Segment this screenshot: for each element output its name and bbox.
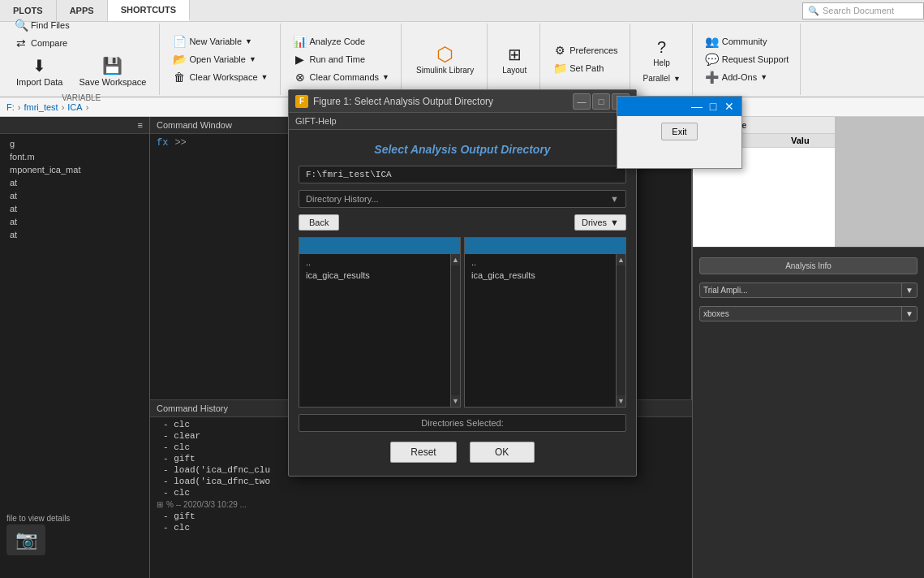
clear-ws-icon: 🗑 — [173, 71, 186, 84]
dialog-menubar: GIFT-Help — [289, 113, 636, 130]
scroll-track[interactable] — [617, 265, 625, 395]
set-path-icon: 📁 — [553, 62, 566, 75]
save-workspace-button[interactable]: 💾 Save Workspace — [72, 53, 153, 90]
back-button[interactable]: Back — [299, 214, 339, 231]
scroll-down-icon[interactable]: ▼ — [616, 395, 625, 407]
analysis-info-button[interactable]: Analysis Info — [699, 257, 918, 274]
path-segment-f[interactable]: F: — [6, 102, 15, 112]
community-button[interactable]: 👥 Community — [701, 33, 794, 50]
run-and-time-button[interactable]: ▶ Run and Time — [289, 51, 395, 67]
boxes-dropdown[interactable]: xboxes ▼ — [699, 306, 918, 321]
drives-button[interactable]: Drives ▼ — [574, 214, 626, 231]
left-scrollbar: ▲ ▼ — [450, 254, 460, 407]
analyze-code-button[interactable]: 📊 Analyze Code — [289, 33, 395, 50]
boxes-arrow: ▼ — [901, 307, 917, 321]
trial-ampli-dropdown[interactable]: Trial Ampli... ▼ — [699, 283, 918, 298]
dialog-restore-button[interactable]: □ — [592, 93, 610, 110]
find-files-button[interactable]: 🔍 Find Files — [10, 17, 153, 33]
clear-workspace-button[interactable]: 🗑 Clear Workspace ▼ — [168, 69, 273, 85]
list-item[interactable]: at — [0, 215, 149, 228]
list-item[interactable]: - clc — [150, 522, 692, 533]
dialog-title: Figure 1: Select Analysis Output Directo… — [313, 96, 493, 107]
expand-icon[interactable]: ⊞ — [157, 500, 163, 509]
list-item[interactable]: .. — [299, 256, 450, 269]
preferences-icon: ⚙ — [553, 44, 566, 57]
scroll-down-icon[interactable]: ▼ — [450, 395, 460, 407]
path-segment-fmri[interactable]: fmri_test — [24, 102, 58, 112]
new-var-dropdown-icon[interactable]: ▼ — [245, 37, 252, 45]
list-item[interactable]: font.m — [0, 150, 149, 163]
list-item[interactable]: at — [0, 202, 149, 215]
toolbar-group-simulink: ⬡ Simulink Library — [403, 24, 488, 95]
search-icon: 🔍 — [808, 6, 819, 16]
import-icon: ⬇ — [30, 56, 49, 75]
save-icon: 💾 — [103, 56, 122, 75]
col-value: Valu — [791, 136, 832, 145]
path-segment-ica[interactable]: ICA — [67, 102, 82, 112]
history-label: Directory History... — [306, 194, 379, 204]
clear-cmd-dropdown-icon[interactable]: ▼ — [382, 73, 389, 81]
list-item[interactable]: - load('ica_dfnc_two — [150, 476, 692, 487]
compare-button[interactable]: ⇄ Compare — [10, 35, 153, 51]
dialog-path-input[interactable] — [299, 166, 626, 183]
secondary-minimize[interactable]: — — [690, 100, 704, 113]
gift-help-menu[interactable]: GIFT-Help — [295, 116, 337, 126]
request-support-button[interactable]: 💬 Request Support — [701, 51, 794, 67]
dialog-app-icon: F — [295, 95, 308, 108]
drives-arrow-icon: ▼ — [610, 218, 619, 227]
directory-history-dropdown[interactable]: Directory History... ▼ — [299, 190, 626, 208]
scroll-up-icon[interactable]: ▲ — [616, 254, 625, 265]
addons-dropdown-icon[interactable]: ▼ — [760, 73, 767, 81]
list-item[interactable]: - gift — [150, 511, 692, 522]
cmd-arrow: >> — [174, 137, 186, 149]
scroll-track[interactable] — [451, 265, 460, 395]
reset-button[interactable]: Reset — [390, 442, 456, 463]
left-panel: ≡ g font.m mponent_ica_mat at at at at a… — [0, 117, 150, 578]
help-button[interactable]: ? Help — [646, 34, 678, 71]
preferences-button[interactable]: ⚙ Preferences — [548, 42, 622, 58]
toolbar-group-community: 👥 Community 💬 Request Support ➕ Add-Ons … — [694, 24, 802, 95]
open-variable-button[interactable]: 📂 Open Variable ▼ — [168, 51, 273, 67]
analysis-section: Analysis Info Trial Ampli... ▼ xboxes ▼ — [693, 247, 924, 578]
list-item[interactable]: .. — [465, 256, 616, 269]
list-item[interactable]: - clc — [150, 487, 692, 498]
secondary-restore[interactable]: □ — [706, 100, 720, 113]
left-panel-toggle[interactable]: ≡ — [138, 120, 143, 130]
set-path-button[interactable]: 📁 Set Path — [548, 60, 622, 76]
find-files-icon: 🔍 — [15, 19, 28, 32]
ok-button[interactable]: OK — [470, 442, 535, 463]
add-ons-button[interactable]: ➕ Add-Ons ▼ — [701, 69, 794, 85]
import-data-button[interactable]: ⬇ Import Data — [10, 53, 69, 90]
right-scrollbar: ▲ ▼ — [616, 254, 625, 407]
parallel-dropdown-icon[interactable]: ▼ — [673, 75, 681, 83]
dialog-nav-row: Back Drives ▼ — [299, 214, 626, 231]
secondary-close[interactable]: ✕ — [722, 100, 737, 113]
list-item[interactable]: g — [0, 137, 149, 150]
layout-button[interactable]: ⊞ Layout — [496, 41, 533, 78]
exit-button[interactable]: Exit — [661, 123, 697, 140]
toolbar-group-code: 📊 Analyze Code ▶ Run and Time ⊗ Clear Co… — [282, 24, 402, 95]
list-item[interactable]: ica_gica_results — [465, 269, 616, 282]
scroll-up-icon[interactable]: ▲ — [450, 254, 460, 265]
right-file-items: .. ica_gica_results — [465, 254, 616, 407]
open-var-dropdown-icon[interactable]: ▼ — [249, 55, 256, 63]
hint-text: file to view details — [6, 514, 70, 523]
dialog-body: Select Analysis Output Directory Directo… — [289, 130, 636, 476]
trial-ampli-arrow: ▼ — [901, 283, 917, 297]
list-item[interactable]: at — [0, 176, 149, 189]
list-item[interactable]: at — [0, 228, 149, 241]
parallel-button[interactable]: Parallel ▼ — [638, 72, 685, 84]
list-item[interactable]: mponent_ica_mat — [0, 163, 149, 176]
list-item[interactable]: at — [0, 189, 149, 202]
list-item[interactable]: ica_gica_results — [299, 269, 450, 282]
dialog-minimize-button[interactable]: — — [573, 93, 591, 110]
simulink-button[interactable]: ⬡ Simulink Library — [410, 41, 480, 78]
dialog-file-panels: .. .. ica_gica_results ▲ ▼ — [299, 237, 626, 408]
search-box[interactable]: 🔍 Search Document — [802, 2, 924, 19]
clear-commands-button[interactable]: ⊗ Clear Commands ▼ — [289, 69, 395, 85]
new-variable-button[interactable]: 📄 New Variable ▼ — [168, 33, 273, 50]
secondary-body: Exit — [617, 116, 741, 147]
toolbar: PLOTS APPS SHORTCUTS 🔍 Search Document 🔍… — [0, 0, 924, 97]
clear-ws-dropdown-icon[interactable]: ▼ — [261, 73, 269, 81]
compare-icon: ⇄ — [15, 37, 28, 50]
